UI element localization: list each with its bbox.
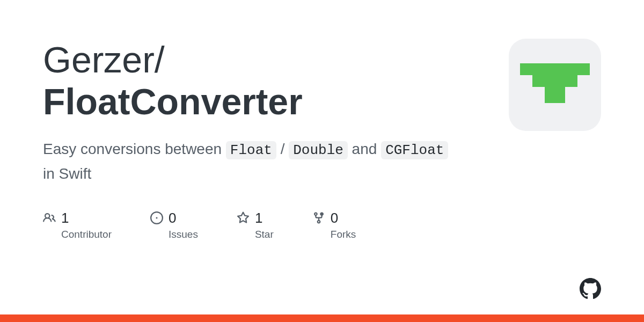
fork-icon — [312, 211, 325, 224]
svg-rect-1 — [532, 75, 577, 87]
repo-info: Gerzer/ FloatConverter Easy conversions … — [43, 39, 462, 240]
issues-value: 0 — [169, 210, 176, 226]
forks-label: Forks — [331, 229, 356, 240]
code-float: Float — [226, 141, 276, 159]
issue-icon — [150, 211, 163, 224]
contributors-label: Contributor — [61, 229, 112, 240]
stat-stars[interactable]: 1 Star — [237, 210, 274, 240]
desc-mid: and — [348, 141, 381, 157]
issues-label: Issues — [169, 229, 198, 240]
avatar-funnel-icon — [520, 63, 590, 106]
title-separator: / — [155, 39, 165, 80]
repo-avatar — [509, 39, 601, 131]
desc-text: Easy conversions between — [43, 141, 226, 157]
stat-issues[interactable]: 0 Issues — [150, 210, 198, 240]
github-logo-icon[interactable] — [580, 278, 601, 299]
desc-sep: / — [276, 141, 289, 157]
code-cgfloat: CGFloat — [381, 141, 448, 159]
owner-name[interactable]: Gerzer — [43, 39, 155, 80]
people-icon — [43, 211, 56, 224]
stars-label: Star — [255, 229, 274, 240]
stat-contributors[interactable]: 1 Contributor — [43, 210, 112, 240]
forks-value: 0 — [331, 210, 338, 226]
svg-rect-2 — [545, 87, 565, 103]
repo-stats: 1 Contributor 0 Issues 1 Star — [43, 210, 462, 240]
language-bar — [0, 314, 644, 322]
code-double: Double — [289, 141, 348, 159]
repo-card: Gerzer/ FloatConverter Easy conversions … — [0, 0, 644, 240]
desc-suffix: in Swift — [43, 165, 91, 182]
repo-title: Gerzer/ FloatConverter — [43, 39, 462, 122]
stat-forks[interactable]: 0 Forks — [312, 210, 356, 240]
repo-name[interactable]: FloatConverter — [43, 80, 462, 122]
star-icon — [237, 211, 250, 224]
contributors-value: 1 — [61, 210, 69, 226]
repo-description: Easy conversions between Float / Double … — [43, 137, 462, 186]
stars-value: 1 — [255, 210, 262, 226]
svg-rect-0 — [520, 63, 590, 75]
